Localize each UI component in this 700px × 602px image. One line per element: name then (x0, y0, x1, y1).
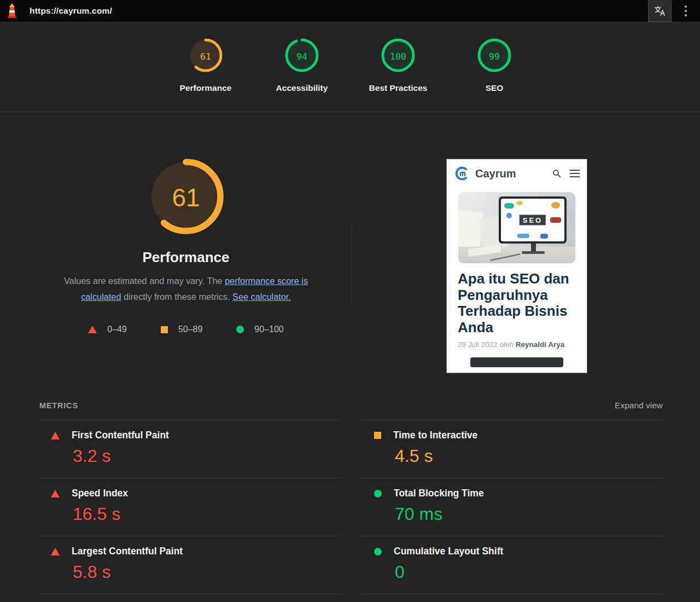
score-value: 100 (381, 38, 416, 75)
pass-circle-icon (236, 326, 244, 333)
score-label: Best Practices (369, 83, 428, 93)
score-gauge-performance[interactable]: 61 Performance (158, 38, 254, 112)
metric-status-icon (51, 548, 60, 555)
score-gauge-accessibility[interactable]: 94 Accessibility (254, 38, 350, 112)
score-disclaimer: Values are estimated and may vary. The p… (49, 273, 323, 305)
performance-section-title: Performance (33, 249, 339, 266)
legend-item-average: 50–89 (161, 325, 203, 334)
see-calculator-link[interactable]: See calculator. (232, 292, 291, 302)
performance-summary: 61 Performance Values are estimated and … (0, 112, 700, 391)
metric-value: 3.2 s (73, 446, 341, 466)
score-gauge-best-practices[interactable]: 100 Best Practices (350, 38, 446, 112)
fail-triangle-icon (88, 326, 97, 333)
expand-view-button[interactable]: Expand view (615, 401, 663, 410)
performance-score-value: 61 (148, 158, 224, 237)
metric-label: Speed Index (72, 488, 128, 499)
kebab-menu-button[interactable] (672, 0, 700, 22)
seo-screen-text: SEO (520, 215, 546, 225)
metrics-right-column: Time to Interactive 4.5 s Total Blocking… (361, 420, 663, 594)
score-label: SEO (486, 83, 504, 93)
score-gauge-seo[interactable]: 99 SEO (446, 38, 542, 112)
vertical-divider (352, 227, 352, 306)
legend-range-label: 50–89 (178, 325, 203, 334)
performance-main-gauge: 61 (148, 158, 224, 237)
legend-range-label: 0–49 (107, 325, 127, 334)
score-value: 61 (188, 38, 223, 75)
metric-label: Cumulative Layout Shift (394, 546, 503, 557)
score-label: Performance (180, 83, 232, 93)
metric-value: 70 ms (395, 504, 663, 524)
metric-label: Time to Interactive (393, 430, 477, 441)
metrics-section: METRICS Expand view First Contentful Pai… (0, 391, 700, 594)
thumbnail-footer-bar (470, 357, 563, 367)
translate-icon (654, 4, 667, 18)
metric-status-icon (374, 432, 381, 439)
cayrum-logo-icon (454, 165, 470, 182)
kebab-menu-icon (685, 5, 687, 8)
metric-cumulative-layout-shift: Cumulative Layout Shift 0 (361, 536, 663, 594)
page-url: https://cayrum.com/ (30, 6, 112, 16)
metric-value: 4.5 s (395, 446, 663, 466)
article-byline: 29 Juli 2022 oleh Reynaldi Arya (458, 340, 576, 349)
metric-label: Total Blocking Time (394, 488, 484, 499)
lighthouse-favicon-icon (7, 3, 19, 19)
metric-total-blocking-time: Total Blocking Time 70 ms (361, 478, 663, 536)
metric-status-icon (374, 490, 382, 497)
page-screenshot-thumbnail: Cayrum (447, 159, 587, 373)
article-headline: Apa itu SEO dan Pengaruhnya Terhadap Bis… (458, 271, 576, 335)
metric-status-icon (51, 490, 60, 497)
monitor-graphic: SEO (499, 196, 567, 244)
legend-item-fail: 0–49 (88, 325, 127, 334)
article-hero-image: SEO (458, 192, 575, 263)
metric-value: 16.5 s (73, 504, 341, 524)
metric-value: 5.8 s (73, 562, 341, 582)
metric-status-icon (51, 432, 60, 439)
translate-button[interactable] (648, 1, 672, 22)
url-bar: https://cayrum.com/ (0, 0, 700, 22)
score-value: 99 (477, 38, 512, 75)
metric-label: First Contentful Paint (72, 430, 169, 441)
metric-speed-index: Speed Index 16.5 s (39, 478, 341, 536)
metric-time-to-interactive: Time to Interactive 4.5 s (361, 420, 663, 478)
thumbnail-site-header: Cayrum (447, 159, 587, 188)
search-icon (552, 169, 561, 178)
metric-value: 0 (395, 562, 663, 582)
metrics-left-column: First Contentful Paint 3.2 s Speed Index… (39, 420, 341, 594)
score-legend: 0–49 50–89 90–100 (33, 325, 339, 334)
metrics-section-title: METRICS (39, 401, 78, 410)
metric-status-icon (374, 548, 382, 555)
score-value: 94 (284, 38, 319, 75)
average-square-icon (161, 326, 168, 333)
thumbnail-site-name: Cayrum (475, 167, 552, 180)
legend-item-pass: 90–100 (236, 325, 283, 334)
metric-first-contentful-paint: First Contentful Paint 3.2 s (39, 420, 341, 478)
legend-range-label: 90–100 (254, 325, 283, 334)
hamburger-menu-icon (570, 170, 580, 177)
score-label: Accessibility (276, 83, 328, 93)
metric-label: Largest Contentful Paint (72, 546, 183, 557)
metric-largest-contentful-paint: Largest Contentful Paint 5.8 s (39, 536, 341, 594)
category-score-strip: 61 Performance 94 Accessibility 100 Best… (0, 22, 700, 112)
